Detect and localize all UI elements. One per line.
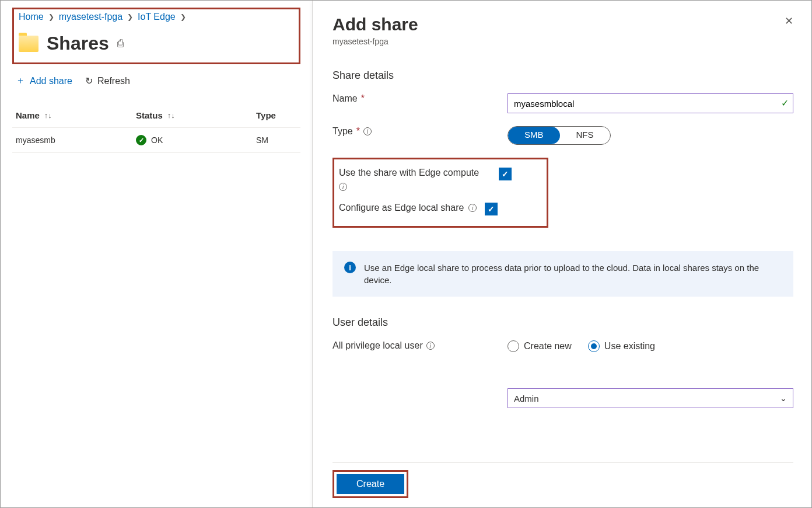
- folder-icon: [19, 36, 38, 52]
- cell-name: myasesmb: [16, 135, 136, 145]
- required-asterisk: *: [356, 126, 360, 137]
- breadcrumb-resource[interactable]: myasetest-fpga: [59, 12, 123, 22]
- panel-subtitle: myasetest-fpga: [332, 37, 418, 46]
- user-select[interactable]: Admin ⌄: [508, 388, 793, 408]
- close-icon[interactable]: ✕: [785, 15, 793, 27]
- chevron-right-icon: ❯: [127, 13, 133, 21]
- info-icon[interactable]: i: [468, 204, 477, 212]
- cell-status: OK: [151, 135, 163, 145]
- required-asterisk: *: [361, 93, 365, 104]
- col-name[interactable]: Name ↑↓: [16, 110, 136, 120]
- chevron-down-icon: ⌄: [780, 394, 787, 403]
- radio-use-existing[interactable]: Use existing: [588, 340, 655, 352]
- name-input[interactable]: [508, 93, 793, 113]
- user-details-heading: User details: [332, 316, 793, 329]
- info-text: Use an Edge local share to process data …: [364, 262, 782, 286]
- plus-icon: ＋: [16, 75, 25, 87]
- info-icon[interactable]: i: [363, 127, 372, 135]
- panel-title: Add share: [332, 15, 418, 34]
- refresh-button[interactable]: ↻ Refresh: [85, 75, 130, 87]
- chevron-right-icon: ❯: [180, 13, 186, 21]
- type-nfs[interactable]: NFS: [560, 127, 610, 144]
- breadcrumb-home[interactable]: Home: [19, 12, 44, 22]
- add-share-panel: Add share myasetest-fpga ✕ Share details…: [313, 1, 811, 507]
- create-button[interactable]: Create: [337, 474, 404, 494]
- col-type[interactable]: Type: [256, 110, 297, 120]
- type-toggle: SMB NFS: [508, 126, 611, 145]
- name-label: Name: [332, 93, 358, 104]
- chevron-right-icon: ❯: [48, 13, 54, 21]
- page-title: Shares: [47, 33, 109, 54]
- cell-type: SM: [256, 135, 297, 145]
- info-icon[interactable]: i: [339, 183, 347, 191]
- edge-compute-checkbox[interactable]: ✓: [499, 168, 512, 180]
- col-status[interactable]: Status ↑↓: [136, 110, 256, 120]
- breadcrumb: Home ❯ myasetest-fpga ❯ IoT Edge ❯: [19, 12, 294, 22]
- ok-icon: ✓: [136, 135, 146, 145]
- refresh-label: Refresh: [97, 76, 130, 86]
- edge-compute-highlight-box: Use the share with Edge compute i ✓ Conf…: [332, 158, 548, 228]
- info-icon: i: [344, 262, 356, 273]
- user-select-value: Admin: [514, 394, 539, 403]
- table-row[interactable]: myasesmb ✓ OK SM: [12, 128, 300, 153]
- shares-table: Name ↑↓ Status ↑↓ Type myasesmb ✓ OK SM: [12, 103, 300, 153]
- add-share-label: Add share: [30, 76, 72, 86]
- valid-check-icon: ✓: [781, 98, 789, 109]
- share-details-heading: Share details: [332, 69, 793, 82]
- radio-create-new[interactable]: Create new: [508, 340, 572, 352]
- user-label: All privilege local user: [332, 340, 423, 351]
- sort-icon: ↑↓: [44, 111, 52, 120]
- refresh-icon: ↻: [85, 75, 93, 86]
- add-share-button[interactable]: ＋ Add share: [16, 75, 72, 87]
- info-icon[interactable]: i: [426, 342, 435, 350]
- edge-local-label: Configure as Edge local share: [339, 203, 464, 213]
- type-label: Type: [332, 126, 353, 137]
- type-smb[interactable]: SMB: [508, 127, 560, 144]
- sort-icon: ↑↓: [167, 111, 175, 120]
- info-banner: i Use an Edge local share to process dat…: [332, 251, 793, 297]
- breadcrumb-service[interactable]: IoT Edge: [138, 12, 176, 22]
- edge-compute-label: Use the share with Edge compute: [339, 168, 479, 178]
- pin-icon[interactable]: ⎙: [117, 37, 124, 50]
- breadcrumb-highlight-box: Home ❯ myasetest-fpga ❯ IoT Edge ❯ Share…: [12, 8, 300, 64]
- edge-local-checkbox[interactable]: ✓: [485, 203, 498, 215]
- create-button-highlight-box: Create: [332, 470, 408, 498]
